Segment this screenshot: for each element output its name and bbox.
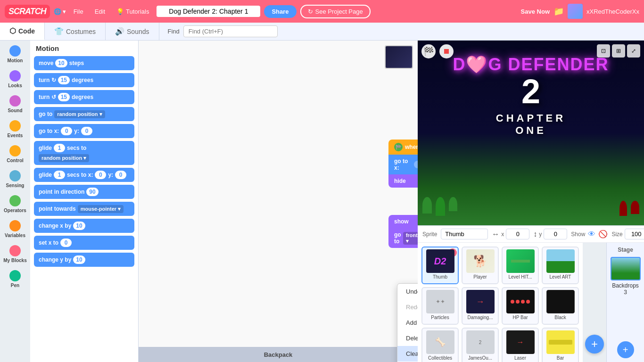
sprite-img-hp-bar <box>506 290 535 313</box>
goto-xy-block[interactable]: go to x: 0 y: 0 <box>388 155 418 174</box>
stage-thumbnail[interactable] <box>611 257 641 280</box>
goto-layer-block[interactable]: go to front ▾ layer <box>388 228 418 248</box>
block-turn-cw[interactable]: turn ↻ 15 degrees <box>34 73 134 87</box>
block-set-x[interactable]: set x to 0 <box>34 236 134 250</box>
sprite-card-hp-bar[interactable]: HP Bar <box>502 287 539 325</box>
ctx-add-comment[interactable]: Add Comment <box>397 315 418 330</box>
show-section: Show 👁 🚫 <box>571 230 608 239</box>
backpack-bar[interactable]: Backpack <box>139 347 418 362</box>
language-selector[interactable]: 🌐 ▾ <box>54 8 66 15</box>
sprite-name-thumb: Thumb <box>424 274 456 280</box>
stage-title-area: D🩷G DEFENDER 2 CHAPTER ONE <box>418 55 644 137</box>
block-stack-2[interactable]: show go to front ▾ layer <box>388 215 418 248</box>
sprite-name-input[interactable] <box>441 229 488 239</box>
block-turn-ccw[interactable]: turn ↺ 15 degrees <box>34 90 134 104</box>
see-project-button[interactable]: ↻ See Project Page <box>300 5 371 18</box>
share-button[interactable]: Share <box>264 5 296 18</box>
costume-icon: 👕 <box>54 27 64 36</box>
project-title-input[interactable] <box>157 6 260 17</box>
sprite-card-jamesou[interactable]: 2 JamesOu... <box>462 328 499 362</box>
save-now-button[interactable]: Save Now <box>521 8 550 15</box>
x-input[interactable] <box>506 229 529 239</box>
thumb-label: D2 <box>434 256 446 267</box>
tab-code[interactable]: ⬡ Code <box>0 23 45 40</box>
fullscreen-button[interactable]: ⤢ <box>627 44 640 58</box>
sidebar-item-pen[interactable]: Pen <box>1 267 29 291</box>
block-stack-1[interactable]: 🏁 when clicked go to x: 0 y: 0 hide <box>388 140 418 188</box>
sprite-card-level-art[interactable]: Level ART <box>542 247 579 284</box>
jamesou-label: 2 <box>479 340 482 345</box>
block-move-steps[interactable]: move 10 steps <box>34 56 134 70</box>
sprite-img-level-art <box>546 249 575 273</box>
ctx-undo[interactable]: Undo <box>397 284 418 299</box>
sprite-card-black[interactable]: Black <box>542 287 579 325</box>
tab-sounds[interactable]: 🔊 Sounds <box>106 23 159 40</box>
add-sprite-area: + <box>583 243 606 362</box>
block-change-x[interactable]: change x by 10 <box>34 219 134 233</box>
sprite-card-laser[interactable]: → Laser <box>502 328 539 362</box>
sidebar-item-operators[interactable]: Operators <box>1 192 29 216</box>
edit-menu[interactable]: Edit <box>91 6 109 17</box>
blocks-panel-title: Motion <box>34 44 134 52</box>
sidebar-item-sensing[interactable]: Sensing <box>1 167 29 191</box>
sidebar-item-my-blocks[interactable]: My Blocks <box>1 242 29 266</box>
blocks-panel: Motion move 10 steps turn ↻ 15 degrees t… <box>30 41 139 362</box>
hide-eye-button[interactable]: 🚫 <box>598 230 608 239</box>
green-flag-button[interactable]: 🏁 <box>421 44 436 58</box>
show-eye-button[interactable]: 👁 <box>588 230 595 239</box>
find-input[interactable] <box>183 25 278 37</box>
block-change-y[interactable]: change y by 10 <box>34 253 134 267</box>
y-label: y <box>539 231 542 238</box>
sprites-and-stage: ✕ D2 Thumb 🐕 Player <box>418 243 644 362</box>
sprite-name-particles: Particles <box>424 315 456 320</box>
sprite-card-particles[interactable]: ✦✦ Particles <box>421 287 459 325</box>
stop-button[interactable]: ⏹ <box>439 44 454 58</box>
my-blocks-label: My Blocks <box>3 258 26 263</box>
sprite-img-collectibles: 🦴 <box>426 330 454 354</box>
file-menu[interactable]: File <box>70 6 87 17</box>
tabs-row: ⬡ Code 👕 Costumes 🔊 Sounds Find <box>0 23 644 41</box>
sidebar-item-looks[interactable]: Looks <box>1 67 29 91</box>
sprite-name-black: Black <box>545 315 576 320</box>
sidebar-item-control[interactable]: Control <box>1 142 29 166</box>
block-point-towards[interactable]: point towards mouse-pointer ▾ <box>34 202 134 216</box>
block-glide-xy[interactable]: glide 1 secs to x: 0 y: 0 <box>34 168 134 182</box>
sprite-card-damaging[interactable]: → Damaging... <box>462 287 499 325</box>
show-block[interactable]: show <box>388 215 418 228</box>
sidebar-item-events[interactable]: Events <box>1 117 29 141</box>
large-stage-button[interactable]: ⊞ <box>612 44 625 58</box>
sidebar-item-motion[interactable]: Motion <box>1 42 29 66</box>
sidebar-item-sound[interactable]: Sound <box>1 92 29 116</box>
coding-area[interactable]: 🏁 when clicked go to x: 0 y: 0 hide show… <box>139 41 418 362</box>
username-label[interactable]: xXRedTheCoderXx <box>586 8 639 15</box>
sprite-card-collectibles[interactable]: 🦴 Collectibles <box>421 328 459 362</box>
block-go-to-xy[interactable]: go to x: 0 y: 0 <box>34 124 134 138</box>
block-go-to[interactable]: go to random position ▾ <box>34 107 134 121</box>
block-glide-random[interactable]: glide 1 secs to random position ▾ <box>34 141 134 165</box>
y-input[interactable] <box>544 229 567 239</box>
block-point-direction[interactable]: point in direction 90 <box>34 185 134 199</box>
add-sprite-button[interactable]: + <box>585 335 604 354</box>
stage-label: Stage <box>618 247 633 253</box>
globe-arrow: ▾ <box>63 8 66 15</box>
tutorials-btn[interactable]: 💡 Tutorials <box>113 6 153 17</box>
size-input[interactable] <box>625 229 644 239</box>
when-flag-clicked-block[interactable]: 🏁 when clicked <box>388 140 418 155</box>
ctx-clean-up[interactable]: Clean Up Blocks (+) <box>397 346 418 362</box>
globe-icon: 🌐 <box>54 8 61 15</box>
sprite-card-level-hit[interactable]: Level HIT... <box>502 247 539 284</box>
sprite-img-particles: ✦✦ <box>426 290 454 313</box>
looks-label: Looks <box>8 83 22 89</box>
small-stage-button[interactable]: ⊡ <box>597 44 610 58</box>
tab-costumes[interactable]: 👕 Costumes <box>45 23 106 40</box>
sprite-card-thumb[interactable]: ✕ D2 Thumb <box>421 247 459 284</box>
ctx-delete-blocks[interactable]: Delete 5 Blocks <box>397 330 418 346</box>
folder-icon[interactable]: 📁 <box>553 6 564 16</box>
bottom-panel: Sprite ↔ x ↕ y Show 👁 🚫 <box>418 225 644 362</box>
hide-block[interactable]: hide <box>388 174 418 188</box>
sidebar-item-variables[interactable]: Variables <box>1 217 29 241</box>
add-backdrop-button[interactable]: + <box>617 341 634 358</box>
sprite-card-bar[interactable]: Bar <box>542 328 579 362</box>
sprite-card-player[interactable]: 🐕 Player <box>462 247 499 284</box>
sprite-info-label: Sprite <box>422 231 437 238</box>
